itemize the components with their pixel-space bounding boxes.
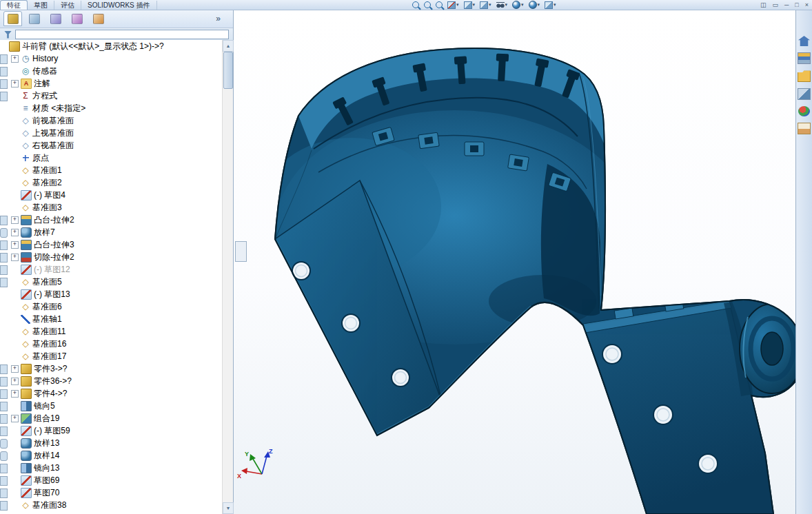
section-view-icon[interactable]: ▾ bbox=[446, 1, 460, 10]
dropdown-caret-icon[interactable]: ▾ bbox=[538, 2, 540, 8]
tree-item[interactable]: +◷History bbox=[0, 52, 223, 65]
tree-item[interactable]: ◇基准面11 bbox=[0, 325, 223, 338]
tree-item[interactable]: +凸台-拉伸2 bbox=[0, 214, 223, 226]
featuremanager-tree-tab[interactable] bbox=[3, 11, 22, 26]
expand-toggle[interactable]: + bbox=[11, 365, 19, 373]
tree-item[interactable]: 基准轴1 bbox=[0, 313, 223, 325]
dropdown-caret-icon[interactable]: ▾ bbox=[489, 2, 491, 8]
tree-item[interactable]: ◇右视基准面 bbox=[0, 139, 223, 152]
tree-item[interactable]: ◇基准面6 bbox=[0, 300, 223, 313]
tree-item[interactable]: ≡材质 <未指定> bbox=[0, 102, 223, 114]
view-palette-icon[interactable] bbox=[798, 88, 811, 100]
scroll-up-icon[interactable] bbox=[223, 40, 234, 52]
tree-item[interactable]: +零件3->? bbox=[0, 362, 223, 375]
dimxpertmanager-tab[interactable] bbox=[68, 11, 86, 26]
dropdown-caret-icon[interactable]: ▾ bbox=[521, 2, 524, 8]
tree-edge-icon bbox=[0, 278, 8, 287]
tree-item[interactable]: ◇上视基准面 bbox=[0, 127, 223, 139]
scroll-down-icon[interactable] bbox=[223, 502, 234, 514]
close-button[interactable]: × bbox=[805, 1, 809, 10]
expand-toggle[interactable]: + bbox=[11, 55, 19, 63]
tree-item[interactable]: ◇前视基准面 bbox=[0, 114, 223, 127]
display-style-icon[interactable]: ▾ bbox=[478, 1, 493, 10]
tree-item[interactable]: +零件36->? bbox=[0, 375, 223, 387]
expand-toggle[interactable]: + bbox=[11, 378, 19, 385]
tree-scrollbar[interactable] bbox=[222, 40, 233, 514]
propertymanager-tab[interactable] bbox=[25, 11, 43, 26]
zoom-previous-icon[interactable] bbox=[434, 1, 444, 10]
apply-scene-icon[interactable]: ▾ bbox=[527, 1, 542, 10]
minimize-button[interactable]: ─ bbox=[784, 1, 789, 10]
tree-item[interactable]: +切除-拉伸2 bbox=[0, 251, 223, 263]
tree-item[interactable]: (-) 草图4 bbox=[0, 189, 223, 201]
tree-item[interactable]: ◇基准面17 bbox=[0, 350, 223, 362]
tree-item[interactable]: (-) 草图12 bbox=[0, 263, 223, 276]
edit-appearance-icon[interactable]: ▾ bbox=[511, 1, 525, 10]
design-library-icon[interactable] bbox=[798, 52, 811, 64]
graphics-viewport[interactable]: X Y Z bbox=[234, 10, 795, 514]
tree-item[interactable]: 放样14 bbox=[0, 449, 223, 462]
zoom-to-fit-icon[interactable] bbox=[411, 1, 420, 10]
view-orientation-icon[interactable]: ▾ bbox=[463, 1, 477, 10]
configurationmanager-tab[interactable] bbox=[46, 11, 65, 26]
file-explorer-icon[interactable] bbox=[798, 70, 811, 82]
tree-item[interactable]: ◇基准面16 bbox=[0, 338, 223, 350]
tree-item[interactable]: 原点 bbox=[0, 152, 223, 164]
expand-toggle[interactable]: + bbox=[11, 216, 19, 224]
window-switch-button[interactable]: ◫ bbox=[760, 1, 767, 10]
command-tab[interactable]: 特征 bbox=[0, 0, 28, 10]
view-settings-icon[interactable]: ▾ bbox=[543, 1, 558, 10]
zoom-to-area-icon[interactable] bbox=[423, 1, 432, 10]
tree-item[interactable]: 草图70 bbox=[0, 486, 223, 499]
tree-item[interactable]: ◎传感器 bbox=[0, 65, 223, 77]
tree-item[interactable]: ◇基准面2 bbox=[0, 176, 223, 189]
expand-toggle[interactable]: + bbox=[11, 390, 19, 398]
tree-item[interactable]: +零件4->? bbox=[0, 387, 223, 400]
tree-item[interactable]: +凸台-拉伸3 bbox=[0, 238, 223, 251]
command-tab[interactable]: SOLIDWORKS 插件 bbox=[81, 1, 157, 10]
scrollbar-thumb[interactable] bbox=[223, 52, 233, 89]
document-properties-icon[interactable] bbox=[798, 123, 811, 134]
tree-root-item[interactable]: 斗前臂 (默认<<默认>_显示状态 1>)->? bbox=[0, 40, 223, 52]
tree-item[interactable]: +放样7 bbox=[0, 226, 223, 238]
home-icon[interactable] bbox=[798, 36, 810, 46]
manager-tab-bar: » bbox=[0, 10, 233, 28]
expand-toggle[interactable]: + bbox=[11, 415, 19, 422]
hide-show-items-icon[interactable]: ▾ bbox=[495, 1, 509, 10]
tree-item[interactable]: +A注解 bbox=[0, 77, 223, 90]
expand-toggle[interactable]: + bbox=[11, 254, 19, 261]
expand-toggle[interactable]: + bbox=[11, 241, 19, 249]
tree-edge-icon bbox=[0, 240, 8, 250]
part-3d-model[interactable]: X Y Z bbox=[234, 10, 795, 514]
tree-item[interactable]: (-) 草图59 bbox=[0, 424, 223, 437]
tree-item[interactable]: ◇基准面5 bbox=[0, 276, 223, 288]
dropdown-caret-icon[interactable]: ▾ bbox=[456, 2, 459, 8]
command-tab[interactable]: 草图 bbox=[28, 1, 54, 10]
tree-edge-icon bbox=[0, 253, 8, 263]
expand-toggle[interactable]: + bbox=[11, 229, 19, 236]
displaymanager-tab[interactable] bbox=[89, 11, 108, 26]
dropdown-caret-icon[interactable]: ▾ bbox=[554, 2, 556, 8]
tree-item[interactable]: 镜向13 bbox=[0, 462, 223, 474]
window-new-button[interactable]: ▭ bbox=[772, 1, 778, 10]
command-tab[interactable]: 评估 bbox=[54, 1, 81, 10]
dropdown-caret-icon[interactable]: ▾ bbox=[473, 2, 476, 8]
tree-item[interactable]: 草图69 bbox=[0, 474, 223, 486]
tree-item[interactable]: +组合19 bbox=[0, 412, 223, 424]
mirror-icon bbox=[21, 463, 32, 473]
panel-overflow-button[interactable]: » bbox=[216, 14, 221, 23]
panel-splitter-handle[interactable] bbox=[235, 241, 247, 262]
tree-item[interactable]: Σ方程式 bbox=[0, 90, 223, 102]
tree-item[interactable]: ◇基准面1 bbox=[0, 164, 223, 176]
tree-item[interactable]: 镜向5 bbox=[0, 400, 223, 412]
tree-item[interactable]: ◇基准面3 bbox=[0, 201, 223, 214]
tree-item-label: 基准面16 bbox=[32, 338, 66, 350]
expand-toggle[interactable]: + bbox=[11, 80, 19, 88]
tree-filter-input[interactable] bbox=[15, 30, 229, 39]
tree-item[interactable]: 放样13 bbox=[0, 437, 223, 449]
tree-item[interactable]: ◇基准面38 bbox=[0, 499, 223, 511]
appearances-icon[interactable] bbox=[798, 106, 810, 116]
restore-button[interactable]: □ bbox=[795, 1, 798, 10]
tree-item[interactable]: (-) 草图13 bbox=[0, 288, 223, 300]
dropdown-caret-icon[interactable]: ▾ bbox=[505, 2, 508, 8]
